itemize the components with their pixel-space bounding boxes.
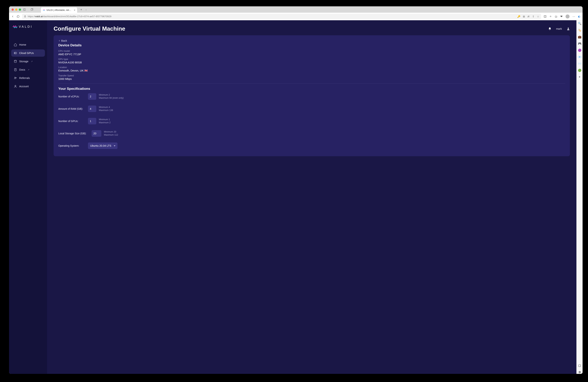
home-icon bbox=[14, 43, 17, 46]
spec-hint: Minimum 20 Maximum 112 bbox=[104, 130, 118, 137]
sidebar-item-label: Docs bbox=[19, 68, 25, 71]
vcpus-input[interactable] bbox=[88, 93, 96, 100]
detail-value: Exmouth, Devon, UK 🇬🇧 bbox=[58, 69, 565, 72]
back-label: Back bbox=[61, 39, 67, 42]
games-icon[interactable]: 🎮 bbox=[578, 42, 582, 45]
sidebar-toggle-icon[interactable] bbox=[23, 8, 26, 11]
user-menu-icon[interactable] bbox=[567, 27, 570, 30]
titlebar: VALDI | Affordable, reliable GP… × + ⌄ bbox=[9, 6, 583, 13]
spec-os: Operating System: Ubuntu 20.04 LTS bbox=[58, 143, 565, 149]
detail-label: Location bbox=[58, 66, 565, 69]
svg-point-15 bbox=[568, 28, 569, 29]
spec-storage: Local Storage Size (GB): Minimum 20 Maxi… bbox=[58, 130, 565, 137]
extensions-icon[interactable]: ⊞ bbox=[523, 15, 525, 18]
specs-title: Your Specifications bbox=[58, 87, 565, 91]
sidebar-item-referrals[interactable]: Referrals bbox=[11, 74, 45, 82]
sidebar-item-cloud-gpus[interactable]: Cloud GPUs bbox=[11, 49, 45, 57]
brand-logo[interactable]: VALDI bbox=[11, 25, 45, 28]
spec-label: Local Storage Size (GB): bbox=[58, 132, 89, 135]
shopping-icon[interactable]: 🏷️ bbox=[578, 28, 582, 32]
performance-icon[interactable]: ❤ bbox=[560, 15, 563, 18]
url-input[interactable]: https://valdi.ai/dashboard/direct/vm/3f1… bbox=[22, 14, 541, 19]
url-toolbar: https://valdi.ai/dashboard/direct/vm/3f1… bbox=[9, 13, 583, 20]
svg-point-8 bbox=[14, 60, 17, 61]
referrals-icon bbox=[14, 76, 17, 80]
logo-icon bbox=[13, 25, 17, 28]
storage-icon bbox=[14, 60, 17, 63]
svg-rect-7 bbox=[15, 53, 15, 54]
device-details-title: Device Details bbox=[58, 43, 565, 47]
favorites-icon[interactable]: ✧ bbox=[549, 15, 552, 18]
sidebar-item-label: Home bbox=[19, 43, 26, 46]
spec-label: Operating System: bbox=[58, 144, 85, 147]
tab-title: VALDI | Affordable, reliable GP… bbox=[46, 9, 72, 11]
profile-avatar[interactable] bbox=[566, 15, 569, 19]
detail-value: 1000 Mbps bbox=[58, 77, 565, 80]
favorite-icon[interactable]: ☆ bbox=[537, 15, 539, 18]
detail-cpu-model: CPU model AMD EPYC 7713P bbox=[58, 50, 565, 56]
username-label: mark bbox=[556, 27, 562, 30]
storage-input[interactable] bbox=[92, 130, 101, 137]
svg-point-13 bbox=[16, 78, 17, 78]
svg-point-12 bbox=[15, 77, 16, 78]
gpus-input[interactable] bbox=[88, 118, 96, 124]
read-aloud-icon[interactable]: A⁾ bbox=[527, 15, 530, 18]
back-link[interactable]: Back bbox=[58, 39, 565, 42]
hide-sidebar-icon[interactable]: ▢ bbox=[578, 364, 581, 367]
tab-overview-icon[interactable] bbox=[31, 8, 33, 11]
spotify-icon[interactable]: 🟢 bbox=[578, 69, 582, 72]
chevron-left-icon bbox=[58, 40, 61, 42]
more-menu-icon[interactable]: ⋯ bbox=[572, 15, 575, 18]
app-sidebar: VALDI Home Cloud GPUs Storage ↗ Docs ↗ bbox=[9, 20, 47, 374]
main-content: Configure Virtual Machine mark Back Dev bbox=[47, 20, 576, 374]
copilot-icon[interactable]: ◐ bbox=[578, 15, 580, 18]
spec-hint: Minimum 2 Maximum 94 (even only) bbox=[99, 93, 124, 100]
divider bbox=[58, 83, 565, 84]
favicon-icon bbox=[43, 9, 45, 11]
share-icon[interactable]: ⇪ bbox=[532, 15, 534, 18]
detail-location: Location Exmouth, Devon, UK 🇬🇧 bbox=[58, 66, 565, 72]
svg-point-14 bbox=[15, 85, 16, 86]
send-icon[interactable]: 📨 bbox=[578, 62, 582, 65]
close-window-button[interactable] bbox=[12, 8, 14, 11]
tabs-dropdown[interactable]: ⌄ bbox=[85, 8, 87, 11]
window-controls bbox=[12, 8, 21, 11]
browser-window: VALDI | Affordable, reliable GP… × + ⌄ h… bbox=[9, 6, 583, 374]
account-icon bbox=[14, 85, 17, 88]
tools-icon[interactable]: 💼 bbox=[578, 35, 582, 39]
detail-label: GPU type bbox=[58, 58, 565, 61]
page-title: Configure Virtual Machine bbox=[54, 25, 125, 32]
sidebar-item-label: Storage bbox=[19, 60, 28, 63]
settings-sidebar-icon[interactable]: ⚙ bbox=[578, 370, 581, 374]
search-sidebar-icon[interactable]: 🔍 bbox=[578, 22, 582, 25]
detail-gpu-type: GPU type NVIDIA A100 80GB bbox=[58, 58, 565, 64]
sidebar-item-label: Referrals bbox=[19, 77, 30, 80]
new-tab-button[interactable]: + bbox=[80, 8, 82, 11]
external-link-icon: ↗ bbox=[31, 60, 33, 63]
brand-name: VALDI bbox=[19, 25, 33, 28]
detail-value: AMD EPYC 7713P bbox=[58, 53, 565, 56]
key-icon[interactable]: 🔑 bbox=[517, 15, 520, 18]
back-button[interactable] bbox=[11, 15, 14, 18]
close-tab-button[interactable]: × bbox=[74, 9, 75, 12]
sidebar-item-label: Account bbox=[19, 85, 29, 88]
m365-icon[interactable]: 🟣 bbox=[578, 48, 582, 52]
svg-rect-6 bbox=[14, 52, 17, 54]
add-sidebar-icon[interactable]: + bbox=[579, 75, 580, 79]
reload-button[interactable] bbox=[17, 15, 20, 18]
ram-input[interactable] bbox=[88, 106, 96, 112]
minimize-window-button[interactable] bbox=[15, 8, 17, 11]
sidebar-item-home[interactable]: Home bbox=[11, 41, 45, 48]
notifications-icon[interactable] bbox=[548, 27, 551, 30]
collections-icon[interactable]: 🗂 bbox=[555, 15, 557, 18]
browser-tab[interactable]: VALDI | Affordable, reliable GP… × bbox=[41, 7, 77, 13]
sidebar-item-docs[interactable]: Docs ↗ bbox=[11, 66, 45, 73]
docs-icon bbox=[14, 68, 17, 71]
config-panel: Back Device Details CPU model AMD EPYC 7… bbox=[54, 35, 570, 156]
sidebar-item-account[interactable]: Account bbox=[11, 83, 45, 90]
outlook-icon[interactable]: 📧 bbox=[578, 55, 582, 59]
sidebar-item-storage[interactable]: Storage ↗ bbox=[11, 58, 45, 65]
maximize-window-button[interactable] bbox=[19, 8, 21, 11]
os-select[interactable]: Ubuntu 20.04 LTS bbox=[88, 143, 118, 149]
split-screen-icon[interactable] bbox=[544, 15, 546, 18]
